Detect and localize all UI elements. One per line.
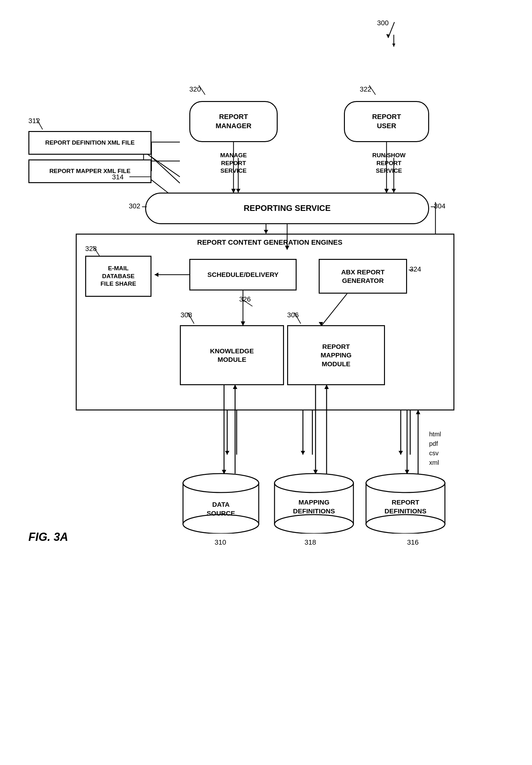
report-manager-pill: REPORT MANAGER: [189, 101, 278, 142]
svg-rect-75: [275, 483, 354, 524]
email-database-box: E-MAIL DATABASE FILE SHARE: [85, 256, 151, 297]
svg-line-43: [151, 157, 180, 183]
data-source-cylinder: DATA SOURCE: [181, 470, 260, 533]
svg-point-72: [183, 515, 259, 533]
svg-marker-67: [405, 470, 409, 474]
knowledge-module-box: KNOWLEDGE MODULE: [180, 325, 284, 385]
ref-308: 308: [180, 311, 192, 319]
ref-326: 326: [239, 295, 251, 304]
report-definition-xml-box: REPORT DEFINITION XML FILE: [28, 131, 151, 155]
svg-marker-69: [416, 410, 420, 414]
ref-314: 314: [112, 173, 124, 181]
ref-316: 316: [407, 538, 419, 546]
svg-marker-14: [225, 451, 229, 455]
svg-point-76: [275, 473, 354, 492]
svg-text:MAPPING: MAPPING: [299, 498, 330, 506]
ref-310: 310: [215, 538, 226, 546]
svg-text:DATA: DATA: [212, 501, 229, 508]
diagram-container: 300 REPORT MANAGER 320 REPORT USER 322 M…: [0, 0, 532, 765]
ref-306: 306: [287, 311, 299, 319]
svg-line-33: [199, 85, 205, 95]
svg-point-77: [275, 515, 354, 533]
svg-marker-22: [399, 451, 403, 455]
ref-318: 318: [305, 538, 316, 546]
fig-label: FIG. 3A: [28, 530, 68, 544]
formats-label: html pdf csv xml: [429, 429, 441, 467]
svg-text:DEFINITIONS: DEFINITIONS: [293, 507, 335, 515]
svg-marker-59: [222, 470, 226, 474]
svg-point-71: [183, 473, 259, 492]
reporting-service-pill: REPORTING SERVICE: [145, 193, 429, 224]
report-definitions-cylinder: REPORT DEFINITIONS: [365, 470, 446, 533]
svg-rect-70: [183, 483, 259, 524]
svg-rect-80: [366, 483, 445, 524]
ref-300-arrow: [379, 19, 404, 44]
manage-report-service-text: MANAGE REPORT SERVICE: [210, 152, 257, 175]
schedule-delivery-box: SCHEDULE/DELIVERY: [189, 259, 297, 291]
svg-text:REPORT: REPORT: [392, 498, 419, 506]
svg-point-81: [366, 473, 445, 492]
svg-point-82: [366, 515, 445, 533]
ref-304: 304: [434, 202, 445, 210]
report-content-engines-label: REPORT CONTENT GENERATION ENGINES: [151, 238, 388, 247]
report-mapper-xml-box: REPORT MAPPER XML FILE: [28, 160, 151, 183]
svg-marker-5: [392, 189, 396, 193]
svg-text:SOURCE: SOURCE: [207, 509, 235, 517]
svg-marker-63: [313, 470, 318, 474]
abx-report-generator-box: ABX REPORT GENERATOR: [319, 259, 407, 294]
svg-marker-18: [301, 451, 305, 455]
report-mapping-module-box: REPORT MAPPING MODULE: [287, 325, 385, 385]
svg-marker-3: [236, 189, 240, 193]
report-user-pill: REPORT USER: [344, 101, 429, 142]
svg-text:DEFINITIONS: DEFINITIONS: [384, 507, 426, 515]
run-show-report-service-text: RUN/SHOW REPORT SERVICE: [365, 152, 413, 175]
svg-marker-32: [386, 34, 390, 38]
svg-marker-7: [264, 230, 268, 234]
ref-302: 302: [129, 202, 140, 210]
svg-line-34: [369, 85, 376, 95]
ref-312: 312: [28, 117, 40, 125]
ref-324: 324: [409, 265, 421, 274]
mapping-definitions-cylinder: MAPPING DEFINITIONS: [273, 470, 355, 533]
ref-328: 328: [85, 245, 97, 253]
